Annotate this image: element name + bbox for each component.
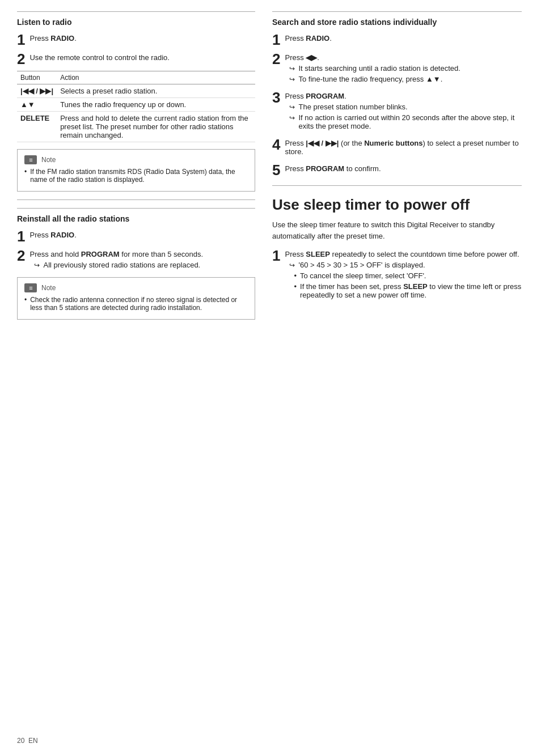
reinstall-note-box: ≡ Note Check the radio antenna connectio… [17,277,255,320]
table-header-button: Button [17,71,57,84]
listen-step-2: 2 Use the remote control to control the … [17,52,255,66]
arrow-icon-s1: ↪ [289,65,295,73]
table-cell-action: Press and hold to delete the current rad… [57,112,255,142]
step-num-r1: 1 [17,229,25,244]
step-num-1: 1 [17,32,25,47]
search-arrow-4: ↪ If no action is carried out within 20 … [285,113,522,130]
note-list-2: Check the radio antenna connection if no… [24,296,248,312]
table-header-action: Action [57,71,255,84]
table-cell-button: ▲▼ [17,98,57,112]
note-header-2: ≡ Note [24,283,248,292]
arrow-icon: ↪ [34,261,40,269]
table-row: ▲▼ Tunes the radio frequency up or down. [17,98,255,112]
reinstall-section-title: Reinstall all the radio stations [17,208,255,223]
arrow-icon-s4: ↪ [289,114,295,122]
arrow-icon-s2: ↪ [289,75,295,83]
note-label-2: Note [41,284,56,292]
step-num-s1: 1 [272,32,280,47]
bullet-icon-2: • [294,282,297,291]
note-icon-2: ≡ [24,283,37,292]
reinstall-step-1: 1 Press RADIO. [17,229,255,244]
sleep-section-big-title: Use sleep timer to power off [272,196,522,214]
table-cell-button: DELETE [17,112,57,142]
sleep-intro-text: Use the sleep timer feature to switch th… [272,219,522,241]
note-icon: ≡ [24,155,37,164]
table-cell-action: Tunes the radio frequency up or down. [57,98,255,112]
sleep-arrow-1: ↪ '60 > 45 > 30 > 15 > OFF' is displayed… [285,261,522,269]
sleep-bullet-2: • If the timer has been set, press SLEEP… [285,282,522,299]
note-list: If the FM radio station transmits RDS (R… [24,168,248,184]
search-step-4: 4 Press |◀◀ / ▶▶| (or the Numeric button… [272,137,522,158]
search-arrow-2: ↪ To fine-tune the radio frequency, pres… [285,75,522,83]
listen-step-1: 1 Press RADIO. [17,32,255,47]
page-number: 20 EN [17,737,38,745]
button-table: Button Action |◀◀ / ▶▶| Selects a preset… [17,71,255,142]
sleep-step-1: 1 Press SLEEP repeatedly to select the c… [272,248,522,301]
table-cell-button: |◀◀ / ▶▶| [17,84,57,98]
note-item: If the FM radio station transmits RDS (R… [24,168,248,184]
listen-note-box: ≡ Note If the FM radio station transmits… [17,149,255,192]
table-cell-action: Selects a preset radio station. [57,84,255,98]
search-step-5: 5 Press PROGRAM to confirm. [272,163,522,177]
reinstall-arrow-1: ↪ All previously stored radio stations a… [29,261,255,269]
step-num-sl1: 1 [272,248,280,263]
search-section-title: Search and store radio stations individu… [272,11,522,27]
sleep-bullet-1: • To cancel the sleep timer, select 'OFF… [285,271,522,280]
step-num-s5: 5 [272,163,280,177]
note-item-2: Check the radio antenna connection if no… [24,296,248,312]
arrow-icon-s3: ↪ [289,103,295,111]
search-arrow-3: ↪ The preset station number blinks. [285,103,522,111]
search-step-1: 1 Press RADIO. [272,32,522,47]
search-step-3: 3 Press PROGRAM. ↪ The preset station nu… [272,90,522,133]
bullet-icon-1: • [294,271,297,280]
step-num-s2: 2 [272,52,280,66]
table-row: |◀◀ / ▶▶| Selects a preset radio station… [17,84,255,98]
note-header: ≡ Note [24,155,248,164]
table-row: DELETE Press and hold to delete the curr… [17,112,255,142]
search-arrow-1: ↪ It starts searching until a radio stat… [285,64,522,73]
listen-section-title: Listen to radio [17,11,255,27]
note-label: Note [41,156,56,164]
step-num-2: 2 [17,52,25,66]
step-num-s4: 4 [272,137,280,152]
step-num-s3: 3 [272,90,280,105]
search-step-2: 2 Press ◀▶. ↪ It starts searching until … [272,52,522,86]
reinstall-step-2: 2 Press and hold PROGRAM for more than 5… [17,248,255,271]
step-num-r2: 2 [17,248,25,263]
arrow-icon-sl1: ↪ [289,261,295,269]
